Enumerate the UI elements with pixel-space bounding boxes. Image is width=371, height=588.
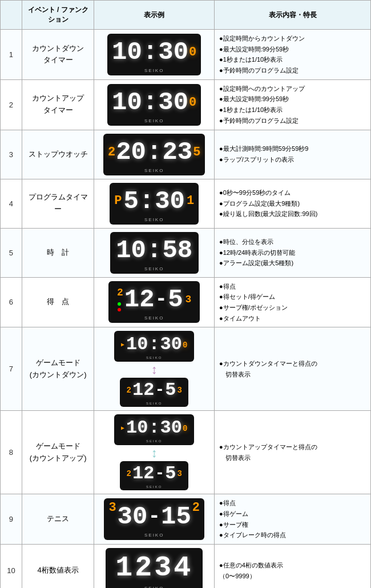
score-left: 30 bbox=[118, 504, 148, 529]
scoreboard-display: 2 12 - 5 3 SEIKO bbox=[108, 281, 200, 323]
table-row: 4プログラムタイマー P 5 : 30 1 SEIKO ●0秒〜99分59秒のタ… bbox=[1, 179, 371, 228]
scoreboard-display: 10 : 30 0 SEIKO bbox=[107, 34, 201, 75]
score-dash: - bbox=[154, 382, 165, 398]
table-row: 2カウントアップタイマー 10 : 30 0 SEIKO ●設定時間へのカウント… bbox=[1, 79, 371, 130]
score-dash: - bbox=[154, 466, 165, 482]
table-row: 9テニス 3 30 - 15 2 SEIKO ●得点●得ゲーム●サーブ権●タイブ… bbox=[1, 494, 371, 545]
digit-small: 0 bbox=[183, 425, 187, 433]
score-right: 5 bbox=[165, 465, 176, 483]
indicators-left: 2 bbox=[127, 386, 131, 394]
game-mode-display: ▶ 10 : 30 0 SEIKO ↕ 2 12 - 5 bbox=[98, 331, 211, 407]
score-dash: - bbox=[155, 289, 168, 310]
seiko-label: SEIKO bbox=[112, 68, 196, 73]
row-event: カウントダウンタイマー bbox=[22, 30, 94, 80]
scoreboard-display: 2 20 : 23 5 SEIKO bbox=[103, 134, 205, 175]
seiko-label: SEIKO bbox=[108, 533, 200, 538]
indicators-right: 3 bbox=[177, 386, 182, 394]
digit-small: 0 bbox=[183, 341, 187, 349]
row-number: 3 bbox=[1, 130, 22, 179]
digit-1: 10 bbox=[126, 419, 148, 437]
colon: : bbox=[143, 39, 158, 65]
indicators-right: 3 bbox=[177, 470, 182, 478]
digit-1: 10 bbox=[112, 90, 142, 115]
digit-2: 30 bbox=[158, 39, 188, 65]
row-number: 5 bbox=[1, 228, 22, 277]
arrow-icon: ↕ bbox=[151, 363, 158, 376]
scoreboard-bottom: 2 12 - 5 3 SEIKO bbox=[120, 461, 188, 490]
row-event: ゲームモード(カウントアップ) bbox=[22, 411, 94, 494]
digit-2: 30 bbox=[155, 189, 185, 214]
digit-1: 5 bbox=[123, 189, 138, 214]
arrow-icon: ↕ bbox=[151, 447, 158, 459]
scoreboard-top: ▶ 10 : 30 0 SEIKO bbox=[114, 331, 194, 362]
main-table: イベント / ファンクション 表示例 表示内容・特長 1カウントダウンタイマー … bbox=[0, 0, 371, 588]
row-display: 2 12 - 5 3 SEIKO bbox=[94, 277, 215, 327]
digit-2: 30 bbox=[160, 335, 182, 354]
row-event: ストップウオッチ bbox=[22, 130, 94, 179]
seiko-label: SEIKO bbox=[108, 168, 200, 173]
corner-flag: ▶ bbox=[121, 425, 124, 431]
digit-1: 10 bbox=[116, 238, 146, 263]
colon: : bbox=[148, 419, 159, 437]
colon: : bbox=[139, 189, 154, 214]
row-event: プログラムタイマー bbox=[22, 179, 94, 228]
row-display: 10 : 30 0 SEIKO bbox=[94, 79, 215, 130]
table-row: 8ゲームモード(カウントアップ) ▶ 10 : 30 0 SEIKO ↕ 2 bbox=[1, 411, 371, 494]
score-right: 5 bbox=[165, 381, 176, 399]
table-row: 7ゲームモード(カウントダウン) ▶ 10 : 30 0 SEIKO ↕ 2 bbox=[1, 327, 371, 411]
row-number: 6 bbox=[1, 277, 22, 327]
row-desc: ●任意の4桁の数値表示（0〜9999） bbox=[215, 545, 371, 589]
row-number: 10 bbox=[1, 545, 22, 589]
scoreboard-display: 3 30 - 15 2 SEIKO bbox=[104, 498, 204, 540]
row-display: 10 : 30 0 SEIKO bbox=[94, 30, 215, 80]
row-desc: ●得点●得セット/得ゲーム●サーブ権/ポゼッション●タイムアウト bbox=[215, 277, 371, 327]
digit-2: 58 bbox=[162, 238, 192, 263]
table-row: 1カウントダウンタイマー 10 : 30 0 SEIKO ●設定時間からカウント… bbox=[1, 30, 371, 80]
row-desc: ●得点●得ゲーム●サーブ権●タイブレーク時の得点 bbox=[215, 494, 371, 545]
digit-2: 23 bbox=[162, 139, 192, 165]
seiko-label: SEIKO bbox=[114, 217, 194, 222]
row-desc: ●設定時間へのカウントアップ●最大設定時間:99分59秒●1秒または1/10秒表… bbox=[215, 79, 371, 130]
scoreboard-display: P 5 : 30 1 SEIKO bbox=[110, 183, 199, 225]
digit-small-l: 2 bbox=[108, 146, 115, 159]
row-event: ゲームモード(カウントダウン) bbox=[22, 327, 94, 411]
row-display: ▶ 10 : 30 0 SEIKO ↕ 2 12 - 5 bbox=[94, 327, 215, 411]
score-dash: - bbox=[147, 506, 161, 527]
seiko-label: SEIKO bbox=[123, 402, 185, 405]
table-row: 104桁数値表示 1234 SEIKO ●任意の4桁の数値表示（0〜9999） bbox=[1, 545, 371, 589]
digit-small: 0 bbox=[189, 97, 196, 109]
row-display: 1234 SEIKO bbox=[94, 545, 215, 589]
row-desc: ●カウントダウンタイマーと得点の 切替表示 bbox=[215, 327, 371, 411]
digit-1: 10 bbox=[126, 335, 148, 354]
seiko-label: SEIKO bbox=[115, 266, 194, 271]
row-display: P 5 : 30 1 SEIKO bbox=[94, 179, 215, 228]
row-event: 4桁数値表示 bbox=[22, 545, 94, 589]
row-event: カウントアップタイマー bbox=[22, 79, 94, 130]
letter-p: P bbox=[114, 195, 122, 207]
digit-2: 30 bbox=[158, 90, 188, 115]
digit-4: 1234 bbox=[115, 554, 193, 582]
row-desc: ●最大計測時間:9時間59分59秒9●ラップ/スプリットの表示 bbox=[215, 130, 371, 179]
row-desc: ●0秒〜99分59秒のタイム●プログラム設定(最大9種類)●繰り返し回数(最大設… bbox=[215, 179, 371, 228]
indicators-right: 3 bbox=[186, 294, 192, 305]
seiko-label: SEIKO bbox=[119, 439, 189, 443]
colon: : bbox=[147, 238, 162, 263]
row-display: 10 : 58 SEIKO bbox=[94, 228, 215, 277]
row-event: 時 計 bbox=[22, 228, 94, 277]
score-right: 15 bbox=[161, 504, 191, 529]
row-display: 3 30 - 15 2 SEIKO bbox=[94, 494, 215, 545]
header-event: イベント / ファンクション bbox=[22, 1, 94, 30]
game-mode-display: ▶ 10 : 30 0 SEIKO ↕ 2 12 - 5 bbox=[98, 414, 211, 490]
row-display: 2 20 : 23 5 SEIKO bbox=[94, 130, 215, 179]
score-left: 12 bbox=[132, 465, 154, 483]
colon: : bbox=[147, 139, 162, 165]
digit-1: 20 bbox=[116, 139, 146, 165]
corner-flag: ▶ bbox=[121, 341, 124, 348]
row-desc: ●カウントアップタイマーと得点の 切替表示 bbox=[215, 411, 371, 494]
row-number: 2 bbox=[1, 79, 22, 130]
seiko-label: SEIKO bbox=[119, 356, 189, 359]
row-number: 8 bbox=[1, 411, 22, 494]
score-left: 12 bbox=[132, 381, 154, 399]
colon: : bbox=[143, 90, 158, 115]
scoreboard-display: 10 : 30 0 SEIKO bbox=[107, 84, 201, 126]
